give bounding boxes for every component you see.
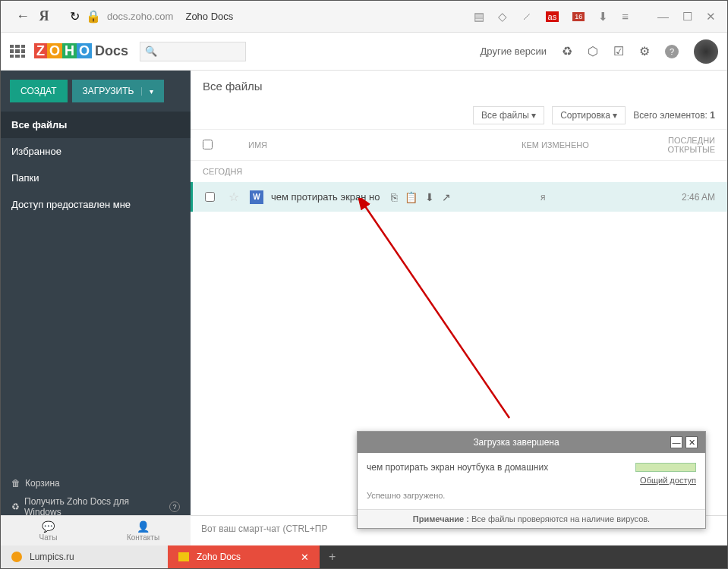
create-button[interactable]: СОЗДАТ [10, 80, 68, 102]
upload-button[interactable]: ЗАГРУЗИТЬ ▾ [72, 80, 165, 102]
upload-status: Успешно загружено. [367, 491, 696, 500]
browser-toolbar: ← Я ↻ 🔒 docs.zoho.com Zoho Docs ▤ ◇ ⟋ as… [1, 1, 727, 33]
chat-tabs: 💬Чаты 👤Контакты [1, 515, 191, 545]
table-header: ИМЯ КЕМ ИЗМЕНЕНО ПОСЛЕДНИ ОТКРЫТЫЕ [191, 130, 727, 161]
close-window-icon[interactable]: ✕ [706, 10, 716, 24]
taskbar-tab-zoho[interactable]: Zoho Docs ✕ [168, 545, 320, 568]
lastfm-icon[interactable]: as [546, 11, 559, 22]
contacts-icon: 👤 [137, 520, 150, 533]
chat-icon: 💬 [42, 520, 55, 533]
select-all-checkbox[interactable] [203, 140, 213, 149]
search-input[interactable]: 🔍 [140, 42, 246, 61]
popup-title: Загрузка завершена [365, 437, 667, 448]
word-file-icon: W [250, 190, 263, 204]
filter-dropdown[interactable]: Все файлы ▾ [473, 106, 544, 124]
sync-icon[interactable]: ♻ [562, 44, 572, 58]
file-name[interactable]: чем протирать экран но [271, 191, 385, 203]
back-button[interactable]: ← [12, 6, 33, 27]
minimize-icon[interactable]: — [657, 10, 669, 23]
lock-icon: 🔒 [86, 9, 101, 24]
upload-label: ЗАГРУЗИТЬ [83, 86, 134, 96]
sidebar-item-favorites[interactable]: Избранное [1, 138, 191, 165]
row-checkbox[interactable] [205, 192, 215, 202]
content-title: Все файлы [191, 71, 727, 102]
popup-footer: Примечание : Все файлы проверяются на на… [358, 509, 705, 528]
popup-minimize[interactable]: — [670, 436, 682, 448]
tasks-icon[interactable]: ☑ [613, 44, 624, 58]
trash-icon: 🗑 [11, 478, 20, 489]
maximize-icon[interactable]: ☐ [682, 10, 692, 24]
new-tab-button[interactable]: + [320, 550, 345, 564]
folder-icon [178, 552, 189, 561]
popup-header[interactable]: Загрузка завершена — ✕ [358, 432, 705, 453]
url-text: docs.zoho.com [107, 11, 173, 22]
section-today: СЕГОДНЯ [191, 161, 727, 182]
zoho-logo[interactable]: ZOHODocs [34, 43, 128, 59]
yandex-button[interactable]: Я [33, 6, 55, 27]
tab-icon[interactable]: ▤ [474, 10, 484, 24]
sort-dropdown[interactable]: Сортировка ▾ [552, 106, 626, 124]
feed-icon[interactable]: ⟋ [521, 10, 532, 23]
share-icon[interactable]: ↗ [442, 191, 451, 203]
os-taskbar: Lumpics.ru Zoho Docs ✕ + [1, 545, 727, 568]
sidebar-item-all-files[interactable]: Все файлы [1, 112, 191, 138]
gear-icon[interactable]: ⚙ [639, 44, 650, 58]
versions-link[interactable]: Другие версии [481, 46, 547, 57]
download-icon[interactable]: ⬇ [425, 191, 434, 203]
progress-bar [635, 463, 696, 472]
col-modified[interactable]: КЕМ ИЗМЕНЕНО [522, 140, 643, 149]
reload-icon[interactable]: ↻ [70, 9, 80, 24]
apps-grid-icon[interactable] [10, 45, 25, 58]
chat-tab-contacts[interactable]: 👤Контакты [96, 516, 191, 545]
dropbox-icon[interactable]: ⬡ [588, 44, 598, 58]
app-header: ZOHODocs 🔍 Другие версии ♻ ⬡ ☑ ⚙ ? [1, 33, 727, 71]
page-title-text: Zoho Docs [185, 11, 233, 22]
file-modified-by: я [540, 192, 662, 203]
file-time: 2:46 AM [662, 192, 715, 203]
chevron-down-icon[interactable]: ▾ [141, 87, 153, 96]
file-row[interactable]: ☆ W чем протирать экран но ⎘ 📋 ⬇ ↗ я 2:4… [191, 182, 727, 212]
download-icon[interactable]: ⬇ [598, 10, 608, 24]
help-icon[interactable]: ? [665, 45, 679, 58]
chat-tab-chats[interactable]: 💬Чаты [1, 516, 96, 545]
lumpics-icon [11, 552, 22, 562]
help-icon[interactable]: ? [169, 501, 180, 512]
star-icon[interactable]: ☆ [228, 190, 239, 204]
adblock-icon[interactable]: 16 [572, 12, 585, 21]
calendar-icon[interactable]: 📋 [405, 191, 418, 203]
col-last-opened[interactable]: ПОСЛЕДНИ ОТКРЫТЫЕ [643, 136, 715, 154]
user-avatar[interactable] [694, 39, 718, 64]
sidebar-item-shared[interactable]: Доступ предоставлен мне [1, 191, 191, 218]
popup-close[interactable]: ✕ [685, 436, 698, 448]
sidebar-trash[interactable]: 🗑Корзина [11, 474, 180, 492]
tab-close-icon[interactable]: ✕ [301, 552, 309, 563]
content-toolbar: Все файлы ▾ Сортировка ▾ Всего элементов… [191, 102, 727, 130]
share-link[interactable]: Общий доступ [367, 476, 696, 485]
taskbar-tab-lumpics[interactable]: Lumpics.ru [1, 545, 168, 568]
sync-icon: ♻ [11, 501, 20, 512]
popup-filename: чем протирать экран ноутбука в домашних [367, 462, 548, 473]
sidebar-item-folders[interactable]: Папки [1, 165, 191, 191]
sidebar: СОЗДАТ ЗАГРУЗИТЬ ▾ Все файлы Избранное П… [1, 71, 191, 545]
upload-popup: Загрузка завершена — ✕ чем протирать экр… [357, 431, 706, 529]
menu-icon[interactable]: ≡ [622, 10, 629, 23]
item-count: Всего элементов: 1 [633, 110, 715, 121]
bookmark-icon[interactable]: ◇ [498, 10, 507, 24]
address-bar[interactable]: ↻ 🔒 docs.zoho.com Zoho Docs [70, 9, 474, 24]
copy-icon[interactable]: ⎘ [391, 191, 397, 203]
col-name[interactable]: ИМЯ [248, 140, 522, 149]
